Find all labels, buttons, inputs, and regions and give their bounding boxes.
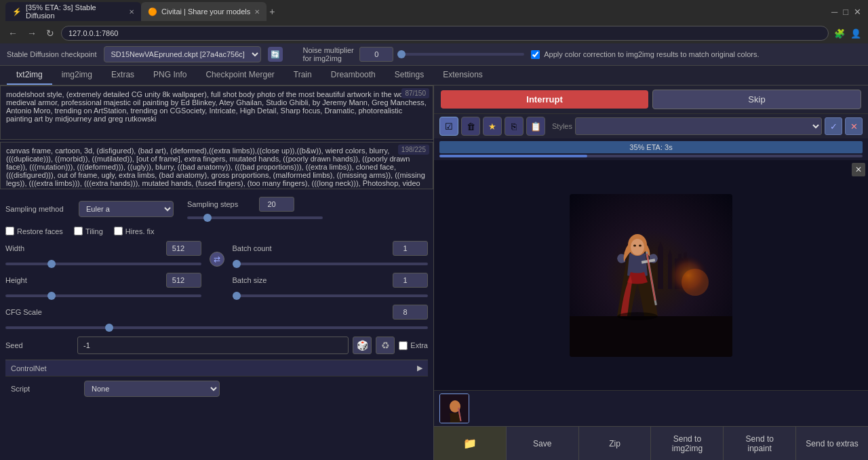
cfg-scale-slider[interactable] bbox=[5, 326, 428, 329]
seed-recycle-btn[interactable]: ♻ bbox=[376, 337, 395, 354]
height-slider[interactable] bbox=[5, 294, 201, 297]
thumbnail-item[interactable] bbox=[439, 394, 469, 423]
tiling-checkbox[interactable] bbox=[74, 227, 83, 235]
extra-label: Extra bbox=[410, 341, 428, 349]
close-button[interactable]: ✕ bbox=[852, 5, 863, 18]
tiling-item[interactable]: Tiling bbox=[74, 227, 103, 235]
link-dimensions-btn[interactable]: ⇄ bbox=[210, 252, 224, 267]
batch-count-col: Batch count bbox=[233, 241, 429, 267]
batch-count-input[interactable] bbox=[393, 241, 428, 256]
tab-extras[interactable]: Extras bbox=[102, 66, 144, 85]
close-image-btn[interactable]: ✕ bbox=[852, 163, 865, 176]
tab-img2img[interactable]: img2img bbox=[52, 66, 102, 85]
cfg-scale-input[interactable] bbox=[393, 305, 428, 320]
restore-faces-item[interactable]: Restore faces bbox=[5, 227, 63, 235]
styles-select[interactable] bbox=[575, 117, 822, 135]
tab-settings[interactable]: Settings bbox=[385, 66, 433, 85]
restore-faces-checkbox[interactable] bbox=[5, 227, 14, 235]
height-input[interactable] bbox=[166, 273, 201, 288]
batch-size-slider[interactable] bbox=[233, 294, 429, 297]
send-to-img2img-button[interactable]: Send toimg2img bbox=[651, 427, 724, 460]
feature-checkboxes: Restore faces Tiling Hires. fix bbox=[5, 227, 428, 235]
batch-count-label: Batch count bbox=[233, 244, 300, 252]
sampling-steps-label: Sampling steps bbox=[187, 200, 255, 208]
script-label: Script bbox=[11, 385, 79, 393]
positive-prompt[interactable]: modelshoot style, (extremely detailed CG… bbox=[0, 85, 433, 140]
negative-prompt[interactable]: canvas frame, cartoon, 3d, (disfigured),… bbox=[0, 142, 433, 189]
tab-png-info[interactable]: PNG Info bbox=[144, 66, 196, 85]
open-folder-button[interactable]: 📁 bbox=[434, 427, 507, 460]
seed-input[interactable] bbox=[77, 337, 349, 354]
svg-point-9 bbox=[682, 269, 709, 296]
extra-seed-checkbox[interactable] bbox=[399, 341, 408, 350]
width-input[interactable] bbox=[166, 241, 201, 256]
address-bar[interactable] bbox=[61, 26, 829, 41]
save-button[interactable]: Save bbox=[507, 427, 579, 460]
sampling-steps-slider[interactable] bbox=[187, 216, 323, 219]
generated-image bbox=[570, 194, 732, 357]
tab-stable-diffusion[interactable]: ⚡ [35% ETA: 3s] Stable Diffusion ✕ bbox=[5, 2, 141, 21]
noise-label: Noise multiplier for img2img bbox=[303, 46, 356, 62]
tab-checkpoint-merger[interactable]: Checkpoint Merger bbox=[196, 66, 283, 85]
seed-dice-btn[interactable]: 🎲 bbox=[353, 337, 372, 354]
batch-size-col: Batch size bbox=[233, 273, 429, 299]
batch-size-input[interactable] bbox=[393, 273, 428, 288]
extra-seed-label[interactable]: Extra bbox=[399, 341, 428, 350]
neg-token-counter: 198/225 bbox=[398, 145, 429, 155]
style-paste-btn[interactable]: 📋 bbox=[526, 117, 545, 136]
nav-tabs: txt2img img2img Extras PNG Info Checkpoi… bbox=[0, 66, 868, 85]
script-select[interactable]: None bbox=[84, 381, 220, 397]
profile-icon[interactable]: 👤 bbox=[849, 27, 863, 40]
style-apply-btn[interactable]: ✓ bbox=[825, 117, 842, 135]
color-correction-label: Apply color correction to img2img result… bbox=[544, 50, 759, 58]
checkpoint-select[interactable]: SD15NewVAEpruned.ckpt [27a4ac756c] bbox=[104, 46, 261, 62]
tab-dreambooth[interactable]: Dreambooth bbox=[321, 66, 385, 85]
back-button[interactable]: ← bbox=[5, 26, 20, 40]
tab-civitai[interactable]: 🟠 Civitai | Share your models ✕ bbox=[141, 2, 267, 21]
width-slider[interactable] bbox=[5, 263, 201, 265]
browser-action-icons: 🧩 👤 bbox=[833, 27, 863, 40]
save-label: Save bbox=[533, 439, 551, 448]
styles-label: Styles bbox=[552, 122, 572, 130]
tab-sd-close[interactable]: ✕ bbox=[129, 8, 134, 16]
color-correction-checkbox[interactable] bbox=[531, 50, 540, 59]
width-label: Width bbox=[5, 244, 73, 252]
svg-point-13 bbox=[633, 244, 636, 246]
style-reset-btn[interactable]: ✕ bbox=[845, 117, 863, 135]
sampling-method-select[interactable]: Euler a bbox=[79, 201, 174, 217]
send-to-inpaint-label: Send toinpaint bbox=[746, 434, 774, 453]
interrupt-button[interactable]: Interrupt bbox=[441, 90, 648, 109]
forward-button[interactable]: → bbox=[24, 26, 39, 40]
send-to-extras-button[interactable]: Send to extras bbox=[796, 427, 868, 460]
bottom-bar: 📁 Save Zip Send toimg2img Send toinpaint… bbox=[434, 426, 868, 460]
style-checkbox-btn[interactable]: ☑ bbox=[439, 117, 458, 136]
style-star-btn[interactable]: ★ bbox=[483, 117, 502, 136]
restore-faces-label: Restore faces bbox=[17, 227, 63, 235]
batch-count-slider[interactable] bbox=[233, 263, 429, 265]
sampling-steps-input[interactable] bbox=[259, 197, 294, 212]
style-trash-btn[interactable]: 🗑 bbox=[461, 117, 480, 136]
new-tab-button[interactable]: + bbox=[267, 5, 277, 18]
tab-train[interactable]: Train bbox=[284, 66, 321, 85]
zip-button[interactable]: Zip bbox=[579, 427, 652, 460]
tab-extensions[interactable]: Extensions bbox=[433, 66, 492, 85]
tab-sd-favicon: ⚡ bbox=[12, 7, 22, 16]
style-copy-btn[interactable]: ⎘ bbox=[505, 117, 524, 136]
tab-civitai-close[interactable]: ✕ bbox=[254, 8, 260, 16]
reload-button[interactable]: ↻ bbox=[43, 26, 57, 40]
controlnet-header[interactable]: ControlNet ▶ bbox=[5, 360, 428, 376]
hires-fix-checkbox[interactable] bbox=[114, 227, 123, 235]
hires-fix-item[interactable]: Hires. fix bbox=[114, 227, 155, 235]
browser-icons: ─ □ ✕ bbox=[830, 5, 863, 18]
minimize-button[interactable]: ─ bbox=[830, 5, 839, 18]
tab-civitai-label: Civitai | Share your models bbox=[161, 7, 250, 16]
noise-input[interactable] bbox=[359, 47, 393, 62]
skip-button[interactable]: Skip bbox=[652, 90, 861, 109]
send-to-inpaint-button[interactable]: Send toinpaint bbox=[724, 427, 796, 460]
noise-slider[interactable] bbox=[397, 53, 524, 56]
tab-txt2img[interactable]: txt2img bbox=[7, 66, 52, 85]
maximize-button[interactable]: □ bbox=[842, 5, 850, 18]
checkpoint-refresh-btn[interactable]: 🔄 bbox=[268, 47, 283, 62]
token-counter: 87/150 bbox=[401, 88, 429, 98]
extensions-icon[interactable]: 🧩 bbox=[833, 27, 846, 40]
